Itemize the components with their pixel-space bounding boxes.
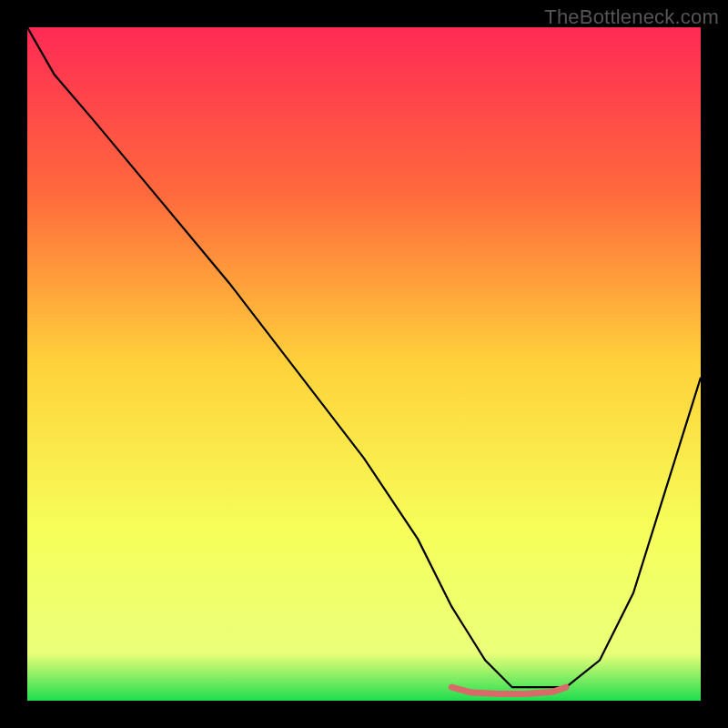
chart-frame: TheBottleneck.com <box>0 0 728 728</box>
watermark-text: TheBottleneck.com <box>544 5 719 29</box>
plot-area <box>27 27 701 701</box>
gradient-background <box>27 27 701 701</box>
chart-svg <box>27 27 701 701</box>
